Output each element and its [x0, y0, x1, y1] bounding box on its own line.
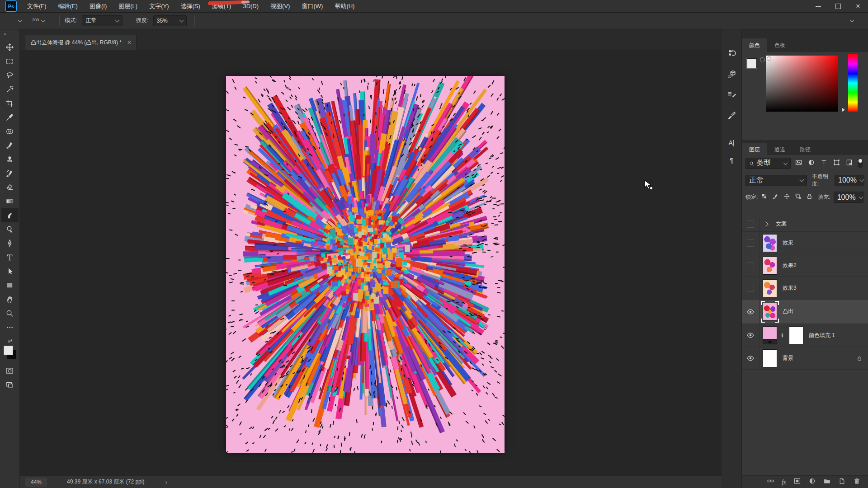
layer-row-0[interactable]: 文案: [742, 216, 868, 232]
pixel-layer-filter-button[interactable]: [795, 159, 802, 168]
layer-row-6[interactable]: 背景: [742, 347, 868, 370]
layer-filter-dropdown[interactable]: 类型: [745, 158, 791, 169]
new-adjustment-layer-button[interactable]: [808, 477, 816, 487]
visibility-toggle[interactable]: [742, 277, 760, 299]
layers-tab-1[interactable]: 通道: [767, 143, 793, 156]
history-panel-button[interactable]: [727, 48, 736, 60]
layers-tab-2[interactable]: 路径: [793, 143, 818, 156]
zoom-tool[interactable]: [1, 306, 19, 320]
lock-transparent-button[interactable]: [761, 193, 768, 202]
visibility-toggle[interactable]: [742, 300, 760, 324]
crop-tool[interactable]: [1, 96, 19, 110]
brush-preset-picker[interactable]: 200: [32, 19, 45, 22]
chevron-down-icon[interactable]: [850, 18, 854, 22]
pasteboard[interactable]: [20, 50, 722, 476]
fill-dropdown[interactable]: 100%: [834, 192, 863, 203]
clone-stamp-tool[interactable]: [1, 152, 19, 166]
layer-row-4[interactable]: 凸出: [742, 300, 868, 324]
threed-panel-button[interactable]: [727, 69, 736, 80]
group-expand-chevron[interactable]: [763, 221, 768, 226]
layer-row-2[interactable]: 效果2: [742, 254, 868, 277]
layers-tab-0[interactable]: 图层: [742, 143, 767, 156]
layer-thumbnail[interactable]: [763, 257, 777, 275]
visibility-toggle[interactable]: [742, 324, 760, 347]
new-group-button[interactable]: [823, 477, 831, 487]
photoshop-logo[interactable]: Ps: [5, 0, 17, 12]
menu-item-1[interactable]: 编辑(E): [52, 0, 84, 12]
adjustment-layer-filter-button[interactable]: [807, 159, 815, 168]
dodge-tool[interactable]: [1, 222, 19, 236]
marquee-tool[interactable]: [1, 54, 19, 68]
foreground-color-swatch[interactable]: [747, 58, 757, 68]
lock-artboard-button[interactable]: [795, 193, 802, 202]
type-layer-filter-button[interactable]: [820, 159, 828, 168]
document-canvas[interactable]: [226, 76, 505, 453]
blend-mode-dropdown[interactable]: 正常: [745, 175, 807, 186]
paragraph-panel-button[interactable]: ¶: [730, 156, 733, 164]
hand-tool[interactable]: [1, 292, 19, 306]
foreground-color-swatch[interactable]: [4, 346, 13, 355]
filter-toggle-switch[interactable]: [858, 159, 863, 168]
mask-link-icon[interactable]: ,: [779, 331, 785, 339]
minimize-button[interactable]: [808, 0, 828, 12]
character-panel-button[interactable]: A|: [729, 139, 735, 147]
background-color-ring[interactable]: [760, 57, 765, 62]
menu-item-6[interactable]: 滤镜(T): [206, 0, 237, 12]
menu-item-2[interactable]: 图像(I): [84, 0, 113, 12]
shape-layer-filter-button[interactable]: [833, 159, 840, 168]
lock-position-button[interactable]: [783, 193, 790, 202]
opacity-dropdown[interactable]: 100%: [835, 175, 864, 186]
eraser-tool[interactable]: [1, 180, 19, 194]
fill-layer-thumbnail[interactable]: [763, 326, 777, 344]
menu-item-10[interactable]: 帮助(H): [329, 0, 360, 12]
add-layer-mask-button[interactable]: [793, 477, 801, 487]
lasso-tool[interactable]: [1, 68, 19, 82]
delete-layer-button[interactable]: [853, 477, 861, 487]
eyedropper-tool[interactable]: [1, 110, 19, 124]
screen-mode-button[interactable]: [1, 378, 19, 392]
gradient-tool[interactable]: [1, 194, 19, 208]
menu-item-4[interactable]: 文字(Y): [143, 0, 175, 12]
magic-wand-tool[interactable]: [1, 82, 19, 96]
menu-item-3[interactable]: 图层(L): [113, 0, 143, 12]
link-layers-button[interactable]: [767, 477, 774, 487]
menu-item-8[interactable]: 视图(V): [264, 0, 296, 12]
layer-thumbnail[interactable]: [763, 234, 777, 252]
pen-tool[interactable]: [1, 236, 19, 250]
restore-button[interactable]: [828, 0, 848, 12]
toolbar-expand-button[interactable]: »: [4, 29, 6, 40]
visibility-toggle[interactable]: [742, 254, 760, 277]
document-tab[interactable]: 凸出立体海报 @ 44% (凸出, RGB/8) * ✕: [25, 35, 137, 50]
strength-dropdown[interactable]: 35%: [153, 15, 187, 26]
visibility-toggle[interactable]: [742, 232, 760, 254]
brush-tool[interactable]: [1, 138, 19, 152]
brush-settings-panel-button[interactable]: [727, 90, 736, 101]
lock-all-button[interactable]: [806, 193, 813, 202]
swap-colors-icon[interactable]: ⇄: [8, 338, 11, 344]
menu-item-0[interactable]: 文件(F): [21, 0, 52, 12]
layer-row-5[interactable]: ,颜色填充 1: [742, 324, 868, 347]
path-select-tool[interactable]: [1, 264, 19, 278]
smart-object-filter-button[interactable]: [845, 159, 853, 168]
saturation-brightness-field[interactable]: [766, 56, 838, 112]
tab-close-icon[interactable]: ✕: [127, 39, 132, 46]
quick-mask-button[interactable]: [1, 364, 19, 378]
menu-item-7[interactable]: 3D(D): [237, 0, 264, 12]
menu-item-5[interactable]: 选择(S): [175, 0, 206, 12]
visibility-toggle[interactable]: [742, 216, 760, 231]
color-tab-0[interactable]: 颜色: [742, 38, 767, 52]
layer-style-button[interactable]: fx: [782, 478, 786, 486]
tool-preset-picker[interactable]: [16, 20, 22, 22]
patch-tool[interactable]: [1, 124, 19, 138]
layer-row-3[interactable]: 效果3: [742, 277, 868, 300]
zoom-level-field[interactable]: 44%: [25, 478, 47, 487]
rectangle-tool[interactable]: [1, 278, 19, 292]
layer-mask-thumbnail[interactable]: [789, 326, 803, 344]
status-chevron[interactable]: ›: [165, 479, 167, 486]
layer-thumbnail[interactable]: [763, 279, 777, 297]
layer-thumbnail[interactable]: [763, 349, 777, 367]
smudge-tool[interactable]: [1, 208, 19, 222]
history-brush-tool[interactable]: [1, 166, 19, 180]
visibility-toggle[interactable]: [742, 347, 760, 369]
new-layer-button[interactable]: [838, 477, 846, 487]
